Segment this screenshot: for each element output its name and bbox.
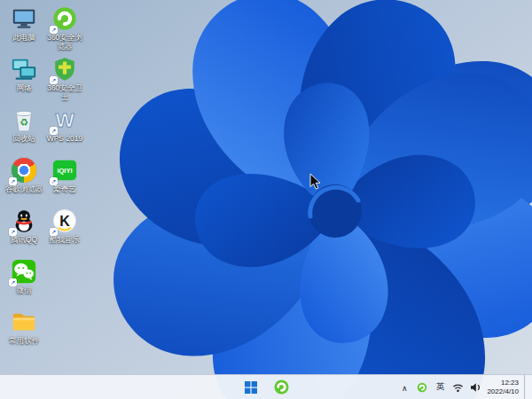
svg-text:K: K: [59, 214, 70, 229]
network-icon: [11, 56, 37, 82]
ime-indicator[interactable]: 英: [434, 378, 446, 397]
shortcut-arrow-icon: ↗: [50, 177, 58, 185]
360-security-shield-icon: ↗: [51, 56, 78, 82]
shortcut-arrow-icon: ↗: [50, 127, 58, 135]
icon-label: 腾讯QQ: [11, 236, 37, 245]
shortcut-arrow-icon: ↗: [9, 177, 17, 185]
svg-text:W: W: [55, 109, 74, 131]
volume-icon: [470, 382, 481, 393]
shortcut-arrow-icon: ↗: [50, 26, 58, 34]
start-button[interactable]: [239, 377, 262, 398]
icon-label: 微信: [17, 286, 32, 295]
network-button[interactable]: [451, 378, 464, 397]
desktop-icon-360-browser[interactable]: ↗ 360安全浏览器: [44, 5, 85, 55]
wechat-icon: ↗: [11, 258, 37, 285]
show-desktop-button[interactable]: [524, 375, 528, 399]
this-pc-icon: [11, 5, 37, 32]
tray-360-icon[interactable]: [416, 378, 428, 397]
desktop-icon-wps[interactable]: W ↗ WPS 2019: [44, 106, 85, 156]
desktop-icon-wechat[interactable]: ↗ 微信: [4, 258, 44, 308]
icon-label: 酷我音乐: [50, 236, 80, 245]
taskbar-360-browser-button[interactable]: [270, 377, 293, 398]
desktop-icon-iqiyi[interactable]: iQIYI ↗ 爱奇艺: [44, 157, 85, 207]
clock-date: 2022/4/10: [487, 387, 519, 396]
desktop-icon-360-security[interactable]: ↗ 360安全卫士: [44, 56, 85, 106]
icon-label: 常用软件: [9, 337, 39, 346]
volume-button[interactable]: [469, 378, 481, 397]
taskbar: ∧ 英: [0, 374, 532, 399]
desktop-icon-software-folder[interactable]: 常用软件: [4, 309, 44, 358]
icon-label: 360安全卫士: [44, 84, 85, 101]
clock[interactable]: 12:23 2022/4/10: [487, 378, 519, 397]
wps-icon: W ↗: [51, 106, 78, 133]
iqiyi-icon: iQIYI ↗: [51, 157, 78, 184]
clock-time: 12:23: [487, 379, 519, 387]
desktop: 此电脑 网络 ♻ 回收站 ↗ 谷歌浏览器 ↗ 腾讯QQ ↗ 微信: [0, 0, 532, 399]
icon-label: 回收站: [12, 135, 35, 144]
desktop-icon-network[interactable]: 网络: [4, 56, 44, 106]
icon-label: 360安全浏览器: [44, 34, 85, 51]
icon-label: 网络: [17, 84, 32, 93]
360-tray-icon: [417, 382, 427, 393]
kuwo-music-icon: K ↗: [51, 207, 78, 234]
svg-text:iQIYI: iQIYI: [57, 167, 72, 175]
recycle-bin-icon: ♻: [11, 106, 37, 133]
shortcut-arrow-icon: ↗: [9, 228, 17, 236]
360-browser-icon: ↗: [51, 5, 78, 32]
shortcut-arrow-icon: ↗: [50, 76, 58, 84]
icon-label: 此电脑: [12, 34, 35, 43]
desktop-icon-recycle-bin[interactable]: ♻ 回收站: [4, 106, 44, 156]
desktop-icon-this-pc[interactable]: 此电脑: [4, 5, 44, 55]
taskbar-center: [239, 375, 293, 399]
desktop-icon-kuwo[interactable]: K ↗ 酷我音乐: [44, 207, 85, 257]
desktop-icon-qq[interactable]: ↗ 腾讯QQ: [4, 207, 44, 257]
hidden-icons-chevron[interactable]: ∧: [398, 379, 411, 398]
windows-logo-icon: [244, 380, 258, 395]
system-tray: ∧ 英: [398, 375, 532, 399]
icon-label: 谷歌浏览器: [5, 185, 43, 194]
svg-text:♻: ♻: [20, 117, 28, 128]
360-browser-icon: [273, 379, 290, 395]
shortcut-arrow-icon: ↗: [9, 278, 17, 286]
folder-icon: [11, 309, 37, 335]
shortcut-arrow-icon: ↗: [50, 228, 58, 236]
network-icon: [452, 382, 464, 393]
qq-penguin-icon: ↗: [11, 207, 37, 234]
chrome-icon: ↗: [11, 157, 37, 184]
icon-label: WPS 2019: [47, 135, 83, 144]
desktop-icon-chrome[interactable]: ↗ 谷歌浏览器: [4, 157, 44, 207]
icon-label: 爱奇艺: [53, 185, 76, 194]
